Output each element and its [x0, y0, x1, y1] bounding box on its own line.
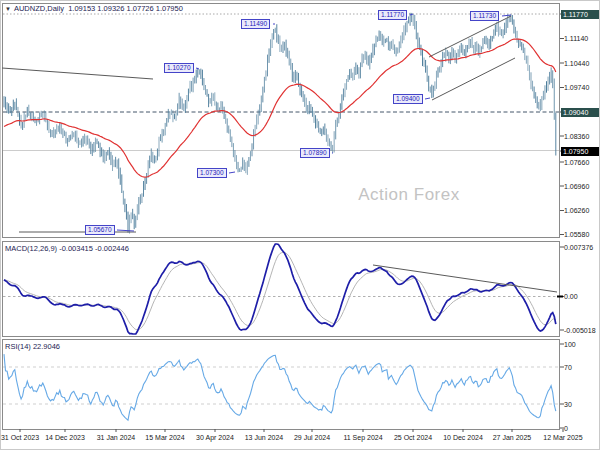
price-axis-label: 1.08360 [564, 132, 589, 141]
chart-title: ▼AUDNZD,Daily 1.09153 1.09326 1.07726 1.… [5, 4, 183, 14]
x-axis-date-label: 31 Oct 2023 [1, 434, 39, 441]
macd-axis-label: 0.007376 [564, 243, 593, 252]
price-axis-label: 1.06260 [564, 206, 589, 215]
symbol-timeframe: AUDNZD,Daily [14, 4, 64, 13]
rsi-axis-label: 70 [564, 363, 572, 372]
rsi-panel[interactable] [2, 339, 560, 430]
price-axis-label: 1.07950 [561, 147, 600, 156]
price-axis-label: 1.05580 [564, 230, 589, 239]
price-axis-label: 1.09040 [561, 108, 600, 117]
price-axis-label: 1.11770 [561, 10, 600, 19]
collapse-icon[interactable]: ▼ [5, 6, 11, 12]
macd-indicator-label: MACD(12,26,9) -0.003415 -0.002446 [5, 244, 129, 253]
x-axis-date-label: 14 Dec 2023 [45, 434, 85, 441]
rsi-axis-label: 0 [564, 424, 568, 433]
price-axis-label: 1.09740 [564, 83, 589, 92]
price-axis-label: 1.10440 [564, 59, 589, 68]
price-pivot-label[interactable]: 1.10270 [164, 63, 194, 73]
x-axis-date-label: 27 Jan 2025 [493, 434, 532, 441]
x-axis-date-label: 25 Oct 2024 [394, 434, 432, 441]
rsi-axis-label: 100 [564, 340, 576, 349]
macd-axis-label: 0.00 [564, 292, 578, 301]
x-axis-date-label: 31 Jan 2024 [97, 434, 136, 441]
x-axis-date-label: 10 Dec 2024 [443, 434, 483, 441]
watermark: Action Forex [339, 185, 479, 205]
x-axis-date-label: 13 Jun 2024 [245, 434, 284, 441]
chart-window: Action Forex ▼AUDNZD,Daily 1.09153 1.093… [0, 0, 600, 450]
x-axis-date-label: 30 Apr 2024 [196, 434, 234, 441]
x-axis-date-label: 29 Jul 2024 [294, 434, 330, 441]
rsi-indicator-label: RSI(14) 22.9046 [5, 342, 60, 351]
x-axis-date-label: 12 Mar 2025 [543, 434, 582, 441]
price-axis-label: 1.06960 [564, 182, 589, 191]
price-axis-label: 1.11140 [564, 34, 588, 43]
price-axis-label: 1.07660 [564, 158, 589, 167]
price-pivot-label[interactable]: 1.05670 [85, 225, 115, 235]
macd-axis-label: -0.005018 [564, 326, 596, 335]
rsi-axis-label: 30 [564, 400, 572, 409]
price-pivot-label[interactable]: 1.07300 [197, 168, 227, 178]
price-pivot-label[interactable]: 1.11490 [241, 19, 270, 29]
x-axis-date-label: 15 Mar 2024 [145, 434, 184, 441]
price-pivot-label[interactable]: 1.11730 [470, 11, 499, 21]
price-pivot-label[interactable]: 1.11770 [378, 10, 407, 20]
ohlc-values: 1.09153 1.09326 1.07726 1.07950 [68, 4, 183, 13]
price-pivot-label[interactable]: 1.07890 [300, 148, 330, 158]
macd-panel[interactable] [2, 241, 560, 337]
x-axis-date-label: 11 Sep 2024 [343, 434, 382, 441]
price-pivot-label[interactable]: 1.09400 [393, 94, 423, 104]
